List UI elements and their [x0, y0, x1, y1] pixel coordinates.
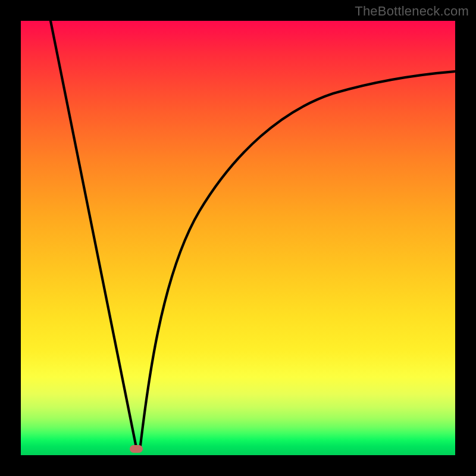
plot-area — [21, 21, 455, 455]
bottleneck-curve — [21, 21, 455, 455]
optimal-point-marker — [130, 445, 143, 453]
curve-path — [51, 21, 455, 450]
watermark-text: TheBottleneck.com — [355, 4, 469, 19]
